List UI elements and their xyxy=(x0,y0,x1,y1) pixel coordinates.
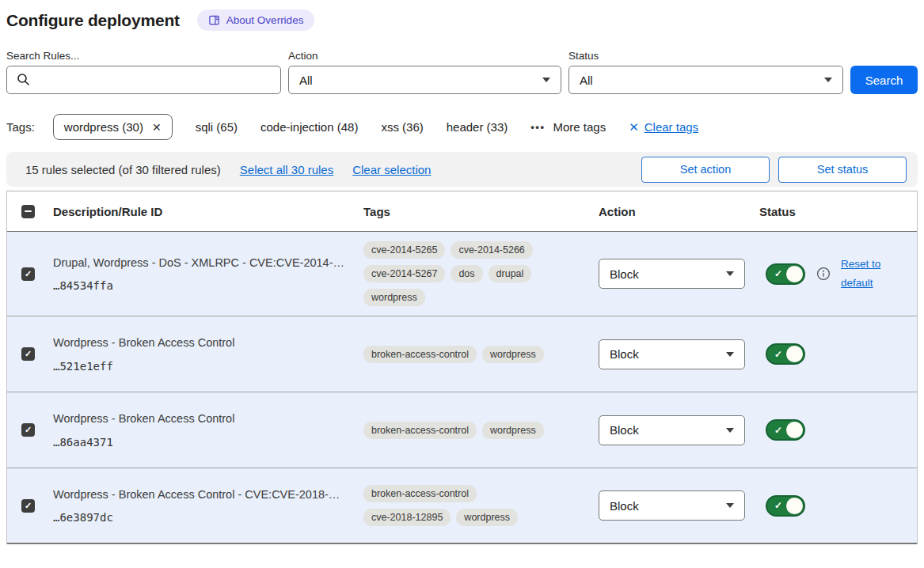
rule-id: …86aa4371 xyxy=(53,436,356,449)
status-toggle[interactable]: ✓ xyxy=(766,263,805,285)
selected-tag-label: wordpress (30) xyxy=(64,120,143,134)
rule-tags: broken-access-controlwordpress xyxy=(363,422,561,439)
search-button[interactable]: Search xyxy=(850,66,918,94)
selected-tag-chip[interactable]: wordpress (30) ✕ xyxy=(53,114,173,140)
toggle-knob xyxy=(786,498,803,514)
row-action-value: Block xyxy=(610,423,639,437)
table-row: ✓ Wordpress - Broken Access Control …521… xyxy=(7,316,917,392)
table-body: ✓ Drupal, Wordpress - DoS - XMLRPC - CVE… xyxy=(7,232,917,544)
status-toggle[interactable]: ✓ xyxy=(766,495,805,517)
tags-bar-label: Tags: xyxy=(6,120,35,134)
rule-tags: broken-access-controlwordpress xyxy=(363,346,561,363)
tag-pill: wordpress xyxy=(482,346,544,363)
reset-to-default-link[interactable]: Reset to default xyxy=(841,255,890,293)
action-filter-label: Action xyxy=(288,50,561,62)
more-tags-label: More tags xyxy=(553,120,606,134)
tag-link-header[interactable]: header (33) xyxy=(447,120,508,134)
check-icon: ✓ xyxy=(25,426,32,434)
close-icon: ✕ xyxy=(629,120,639,134)
tag-link-xss[interactable]: xss (36) xyxy=(381,120,423,134)
rule-id: …521e1eff xyxy=(53,360,356,373)
column-header-status: Status xyxy=(759,205,917,218)
ellipsis-icon: ••• xyxy=(530,121,545,133)
row-action-select[interactable]: Block xyxy=(599,259,745,289)
tag-pill: wordpress xyxy=(482,422,544,439)
selection-bar: 15 rules selected (of 30 filtered rules)… xyxy=(6,152,918,187)
table-row: ✓ Wordpress - Broken Access Control - CV… xyxy=(7,468,917,544)
tag-pill: dos xyxy=(451,265,482,282)
row-checkbox[interactable]: ✓ xyxy=(21,423,35,437)
info-icon[interactable] xyxy=(816,267,831,281)
rule-description: Drupal, Wordpress - DoS - XMLRPC - CVE:C… xyxy=(53,256,356,271)
select-all-checkbox[interactable] xyxy=(21,205,35,218)
search-rules-input[interactable] xyxy=(6,66,281,94)
check-icon: ✓ xyxy=(774,350,782,359)
tag-pill: cve-2014-5266 xyxy=(451,241,532,259)
tag-link-sqli[interactable]: sqli (65) xyxy=(196,120,238,134)
status-filter-select[interactable]: All xyxy=(568,66,843,94)
row-checkbox[interactable]: ✓ xyxy=(21,267,35,281)
selection-summary: 15 rules selected (of 30 filtered rules) xyxy=(25,163,221,176)
tag-pill: cve-2014-5267 xyxy=(363,265,445,282)
configure-deployment-page: Configure deployment About Overrides Sea… xyxy=(6,9,918,544)
status-toggle[interactable]: ✓ xyxy=(766,343,805,365)
check-icon: ✓ xyxy=(774,426,782,435)
column-header-action: Action xyxy=(599,205,759,218)
about-overrides-badge[interactable]: About Overrides xyxy=(197,9,315,31)
set-status-button[interactable]: Set status xyxy=(778,157,907,183)
search-rules-label: Search Rules... xyxy=(6,50,281,62)
chevron-down-icon xyxy=(824,78,832,82)
tag-link-code-injection[interactable]: code-injection (48) xyxy=(260,120,358,134)
about-overrides-label: About Overrides xyxy=(226,14,304,26)
chevron-down-icon xyxy=(542,78,550,82)
toggle-knob xyxy=(786,346,803,362)
column-header-tags: Tags xyxy=(363,205,599,218)
chevron-down-icon xyxy=(726,428,734,433)
action-filter-value: All xyxy=(299,74,313,87)
tags-bar: Tags: wordpress (30) ✕ sqli (65) code-in… xyxy=(6,114,918,140)
row-action-select[interactable]: Block xyxy=(599,490,745,521)
tag-pill: cve-2014-5265 xyxy=(363,241,445,259)
toggle-knob xyxy=(786,266,803,282)
row-action-select[interactable]: Block xyxy=(599,415,745,445)
status-filter-value: All xyxy=(580,74,593,87)
rule-tags: cve-2014-5265cve-2014-5266cve-2014-5267d… xyxy=(363,241,561,306)
chevron-down-icon xyxy=(726,271,734,276)
book-icon xyxy=(208,14,220,26)
rules-table: Description/Rule ID Tags Action Status ✓… xyxy=(6,191,918,544)
rule-description: Wordpress - Broken Access Control xyxy=(53,335,356,351)
row-checkbox[interactable]: ✓ xyxy=(21,347,35,361)
page-header: Configure deployment About Overrides xyxy=(6,9,918,31)
rule-tags: broken-access-controlcve-2018-12895wordp… xyxy=(363,485,561,526)
tag-pill: wordpress xyxy=(456,509,518,526)
rule-id: …84534ffa xyxy=(53,279,356,292)
tag-pill: broken-access-control xyxy=(363,346,477,363)
indeterminate-icon xyxy=(25,210,32,213)
action-filter-select[interactable]: All xyxy=(288,66,561,94)
remove-tag-icon[interactable]: ✕ xyxy=(152,121,162,134)
rule-description: Wordpress - Broken Access Control xyxy=(53,411,356,427)
rule-id: …6e3897dc xyxy=(53,511,356,524)
clear-tags-label: Clear tags xyxy=(645,120,698,134)
check-icon: ✓ xyxy=(25,270,32,278)
row-action-value: Block xyxy=(610,267,639,281)
more-tags-button[interactable]: ••• More tags xyxy=(530,120,606,134)
row-action-value: Block xyxy=(610,499,639,513)
tag-pill: broken-access-control xyxy=(363,422,477,439)
clear-selection-link[interactable]: Clear selection xyxy=(352,163,431,176)
set-action-button[interactable]: Set action xyxy=(641,157,770,183)
check-icon: ✓ xyxy=(774,501,782,510)
column-header-description: Description/Rule ID xyxy=(47,205,363,218)
tag-pill: cve-2018-12895 xyxy=(363,509,451,526)
toggle-knob xyxy=(786,422,803,438)
clear-tags-link[interactable]: ✕ Clear tags xyxy=(629,120,698,134)
row-checkbox[interactable]: ✓ xyxy=(21,499,35,513)
row-action-select[interactable]: Block xyxy=(599,339,745,369)
table-header: Description/Rule ID Tags Action Status xyxy=(7,191,917,232)
status-filter-label: Status xyxy=(568,50,843,62)
select-all-link[interactable]: Select all 30 rules xyxy=(240,163,333,176)
chevron-down-icon xyxy=(726,503,734,508)
tag-pill: broken-access-control xyxy=(363,485,477,502)
status-toggle[interactable]: ✓ xyxy=(766,419,805,441)
tag-pill: wordpress xyxy=(363,289,425,306)
